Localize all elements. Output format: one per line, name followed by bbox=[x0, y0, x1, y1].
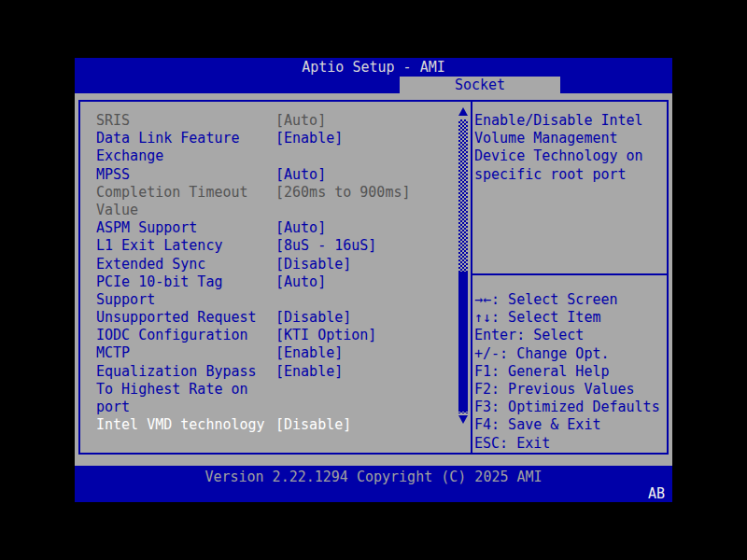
title-bar: Aptio Setup - AMI bbox=[75, 58, 672, 77]
menu-item-value: [Disable] bbox=[275, 309, 351, 327]
menu-item-value: [Auto] bbox=[275, 112, 326, 130]
help-line: specific root port bbox=[474, 166, 665, 184]
menu-item-value: [Auto] bbox=[275, 219, 326, 237]
horizontal-divider bbox=[472, 273, 667, 275]
menu-item[interactable]: Unsupported Request[Disable] bbox=[96, 309, 457, 327]
footer-bar: Version 2.22.1294 Copyright (C) 2025 AMI… bbox=[75, 466, 672, 502]
menu-item[interactable]: MPSS[Auto] bbox=[96, 166, 457, 184]
menu-item-label: MCTP bbox=[96, 344, 130, 361]
scrollbar-up-arrow-icon[interactable] bbox=[458, 107, 468, 116]
menu-item[interactable]: Completion Timeout[260ms to 900ms]Value bbox=[96, 184, 457, 219]
menu-item-value: [Disable] bbox=[275, 416, 351, 434]
scrollbar-thumb[interactable] bbox=[458, 272, 468, 412]
menu-item-value: [Enable] bbox=[275, 363, 343, 381]
scrollbar-track[interactable] bbox=[458, 119, 468, 413]
menu-list: SRIS[Auto]Data Link Feature[Enable]Excha… bbox=[96, 112, 457, 434]
menu-item[interactable]: Equalization Bypass[Enable]To Highest Ra… bbox=[96, 363, 457, 417]
bios-screen: Aptio Setup - AMI Socket Configuration S… bbox=[0, 0, 747, 560]
help-text: Enable/Disable IntelVolume ManagementDev… bbox=[474, 112, 665, 184]
key-legend-line: F4: Save & Exit bbox=[474, 416, 667, 434]
footer-code: AB bbox=[648, 485, 665, 503]
vertical-divider bbox=[471, 102, 472, 453]
menu-item-value: [KTI Option] bbox=[275, 327, 376, 344]
menu-item[interactable]: Intel VMD technology[Disable] bbox=[96, 416, 457, 434]
key-legend-line: F2: Previous Values bbox=[474, 381, 667, 399]
key-legend-line: Enter: Select bbox=[474, 327, 667, 344]
scrollbar-down-arrow-icon[interactable] bbox=[458, 415, 468, 424]
menu-item[interactable]: MCTP[Enable] bbox=[96, 344, 457, 362]
menu-item-label: Value bbox=[96, 202, 138, 218]
help-line: Device Technology on bbox=[474, 147, 665, 165]
menu-item-label: IODC Configuration bbox=[96, 327, 248, 343]
menu-item[interactable]: ASPM Support[Auto] bbox=[96, 219, 457, 237]
menu-item-label: Support bbox=[96, 291, 155, 308]
menu-item-label: Completion Timeout bbox=[96, 184, 248, 201]
settings-panel: SRIS[Auto]Data Link Feature[Enable]Excha… bbox=[78, 100, 669, 455]
menu-item[interactable]: SRIS[Auto] bbox=[96, 112, 457, 130]
menu-item-value: [Auto] bbox=[275, 273, 326, 291]
menu-item-value: [Auto] bbox=[275, 166, 326, 184]
version-text: Version 2.22.1294 Copyright (C) 2025 AMI bbox=[75, 469, 672, 486]
key-legend-line: F3: Optimized Defaults bbox=[474, 399, 667, 416]
menu-item-label: MPSS bbox=[96, 166, 130, 183]
key-legend-line: +/-: Change Opt. bbox=[474, 345, 667, 363]
key-legend-line: F1: General Help bbox=[474, 363, 667, 381]
menu-item-label: SRIS bbox=[96, 112, 130, 129]
menu-item[interactable]: Data Link Feature[Enable]Exchange bbox=[96, 130, 457, 165]
menu-item-label: port bbox=[96, 399, 130, 415]
menu-item-label: To Highest Rate on bbox=[96, 381, 248, 398]
app-title: Aptio Setup - AMI bbox=[302, 59, 445, 76]
menu-item[interactable]: Extended Sync[Disable] bbox=[96, 256, 457, 273]
menu-item-value: [Enable] bbox=[275, 130, 343, 147]
help-line: Enable/Disable Intel bbox=[474, 112, 665, 130]
menu-item-label: L1 Exit Latency bbox=[96, 237, 222, 254]
menu-item[interactable]: IODC Configuration[KTI Option] bbox=[96, 327, 457, 344]
key-legend-line: ↑↓: Select Item bbox=[474, 309, 667, 327]
menu-item-label: Extended Sync bbox=[96, 256, 205, 273]
menu-item-label: Data Link Feature bbox=[96, 130, 240, 147]
main-area: SRIS[Auto]Data Link Feature[Enable]Excha… bbox=[75, 93, 672, 466]
menu-item-label: Unsupported Request bbox=[96, 309, 257, 326]
help-line: Volume Management bbox=[474, 130, 665, 147]
menu-item-value: [Disable] bbox=[275, 256, 351, 273]
key-legend: →←: Select Screen↑↓: Select ItemEnter: S… bbox=[474, 291, 667, 453]
menu-item-label: PCIe 10-bit Tag bbox=[96, 273, 222, 290]
menu-item[interactable]: L1 Exit Latency[8uS - 16uS] bbox=[96, 237, 457, 255]
menu-item-label: ASPM Support bbox=[96, 219, 197, 236]
key-legend-line: →←: Select Screen bbox=[474, 291, 667, 309]
menu-item-label: Equalization Bypass bbox=[96, 363, 257, 380]
menu-item[interactable]: PCIe 10-bit Tag[Auto]Support bbox=[96, 273, 457, 309]
menu-item-value: [260ms to 900ms] bbox=[275, 184, 411, 202]
menu-item-label: Exchange bbox=[96, 147, 163, 164]
menu-item-value: [Enable] bbox=[275, 344, 343, 362]
tab-socket-configuration[interactable]: Socket Configuration bbox=[400, 77, 560, 93]
menu-item-label: Intel VMD technology bbox=[96, 416, 265, 433]
key-legend-line: ESC: Exit bbox=[474, 435, 667, 453]
menu-item-value: [8uS - 16uS] bbox=[275, 237, 376, 255]
tab-row: Socket Configuration bbox=[75, 77, 672, 93]
